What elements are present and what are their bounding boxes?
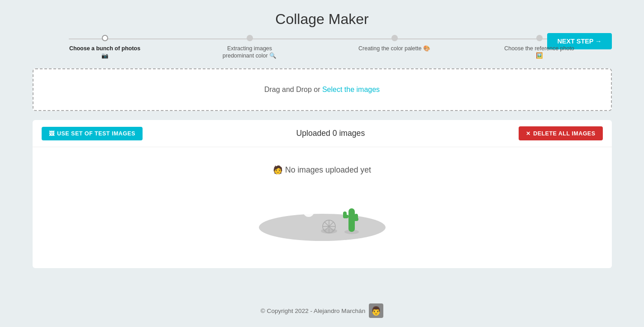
stepper: Choose a bunch of photos 📷 Extracting im…: [14, 35, 630, 59]
svg-point-1: [303, 206, 314, 217]
svg-point-0: [259, 214, 386, 241]
delete-all-button[interactable]: ✕ DELETE ALL IMAGES: [519, 126, 603, 140]
step-2: Extracting images predominant color 🔍: [177, 35, 322, 59]
image-icon: 🖼: [49, 130, 55, 137]
step-2-label: Extracting images predominant color 🔍: [214, 45, 286, 59]
step-4-dot: [536, 35, 543, 41]
upload-panel-header: 🖼 USE SET OF TEST IMAGES Uploaded 0 imag…: [33, 120, 612, 147]
desert-illustration: [254, 182, 390, 241]
no-images-text: 🧑 No images uploaded yet: [273, 165, 371, 175]
step-3-dot: [391, 35, 398, 41]
upload-panel: 🖼 USE SET OF TEST IMAGES Uploaded 0 imag…: [33, 120, 612, 268]
svg-rect-11: [343, 212, 347, 218]
app-title: Collage Maker: [275, 11, 368, 28]
step-2-dot: [247, 35, 253, 41]
select-images-link[interactable]: Select the images: [322, 86, 380, 93]
svg-rect-13: [354, 214, 358, 221]
close-icon: ✕: [526, 130, 531, 137]
step-1: Choose a bunch of photos 📷: [33, 35, 177, 59]
footer: © Copyright 2022 - Alejandro Marchán 👨: [252, 294, 392, 327]
dropzone[interactable]: Drag and Drop or Select the images: [33, 68, 612, 111]
use-test-images-button[interactable]: 🖼 USE SET OF TEST IMAGES: [42, 127, 143, 140]
author-avatar: 👨: [369, 303, 383, 318]
copyright-text: © Copyright 2022 - Alejandro Marchán: [261, 308, 365, 314]
step-4-label: Choose the reference photo 🖼️: [503, 45, 576, 59]
use-test-images-label: USE SET OF TEST IMAGES: [57, 130, 135, 137]
step-4: Choose the reference photo 🖼️: [467, 35, 612, 59]
step-3: Creating the color palette 🎨: [322, 35, 467, 52]
uploaded-count-title: Uploaded 0 images: [296, 129, 365, 138]
step-1-dot: [102, 35, 108, 41]
dropzone-text: Drag and Drop or: [264, 86, 322, 93]
step-1-label: Choose a bunch of photos 📷: [69, 45, 141, 59]
delete-all-label: DELETE ALL IMAGES: [533, 130, 595, 137]
empty-state: 🧑 No images uploaded yet: [33, 147, 612, 268]
step-3-label: Creating the color palette 🎨: [358, 45, 430, 52]
